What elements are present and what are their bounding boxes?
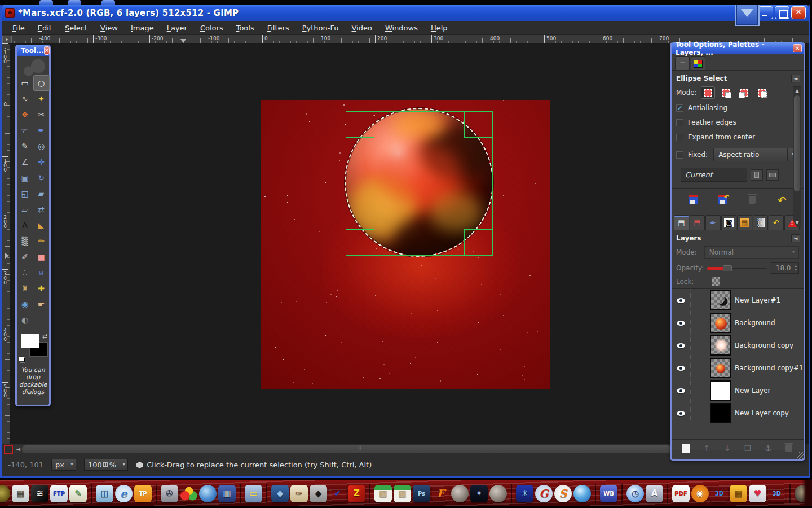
visibility-cell[interactable] — [672, 312, 691, 334]
scrollbar-thumb[interactable] — [22, 445, 672, 453]
dock-3d-wand[interactable]: 3D — [710, 485, 728, 502]
dock-synfig[interactable]: ◆ — [271, 485, 289, 502]
dock-blender[interactable]: ◉ — [691, 485, 709, 502]
visibility-cell[interactable] — [672, 379, 691, 402]
layer-row-background-copy-1[interactable]: Background copy#1 — [672, 357, 804, 379]
menu-item[interactable]: Edit — [34, 23, 56, 33]
tool-move[interactable]: ✛ — [33, 154, 50, 170]
menu-item[interactable]: Colors — [196, 23, 227, 33]
menu-item[interactable]: Layer — [163, 23, 191, 33]
dock-media-player[interactable]: ✇ — [161, 485, 178, 502]
new-layer-button[interactable] — [679, 442, 693, 454]
dock-3d-text[interactable]: 3D — [768, 485, 785, 502]
dock-film-reel[interactable]: ▥ — [218, 485, 236, 502]
dock-g-app[interactable]: G — [535, 485, 553, 502]
tool-paths[interactable]: ✒ — [33, 122, 50, 138]
link-cell[interactable] — [691, 402, 705, 424]
dock-fontforge[interactable]: F — [432, 485, 449, 502]
dock-display-paint[interactable]: ▭ — [245, 485, 262, 502]
spin-down-icon[interactable]: ▾ — [795, 268, 797, 272]
tool-pencil[interactable]: ✏ — [33, 233, 50, 249]
tool-flip[interactable]: ⇄ — [33, 202, 50, 217]
tool-airbrush[interactable]: ∴ — [17, 265, 33, 281]
menu-item[interactable]: Select — [61, 23, 91, 33]
restore-options-button[interactable] — [716, 193, 730, 207]
antialiasing-checkbox[interactable]: Antialiasing — [672, 100, 804, 115]
tool-rotate[interactable]: ↻ — [33, 170, 50, 186]
canvas-image[interactable] — [261, 100, 550, 389]
menu-item[interactable]: Image — [127, 23, 158, 33]
tool-blur-sharpen[interactable]: ◉ — [17, 296, 33, 312]
eye-icon[interactable] — [677, 298, 685, 303]
tool-options-window[interactable]: Tool Options, Palettes - Layers, ... ✕ ≡… — [670, 42, 805, 461]
layer-mode-dropdown[interactable]: Normal ▾ — [704, 246, 799, 259]
toolbox-window[interactable]: Tool... ✕ ▭○∿✦❖✂✃✒✎◎∠✛▣↻◱▰▱⇄A◣▒✏✐■∴⊎♜✚◉☛… — [15, 45, 51, 406]
scroll-up-icon[interactable]: ▲ — [793, 87, 801, 95]
tab-paths[interactable]: ✒ — [705, 215, 721, 230]
eye-icon[interactable] — [677, 366, 685, 371]
dock-rays[interactable]: ≋ — [31, 485, 48, 502]
mode-intersect-button[interactable] — [755, 86, 769, 99]
tool-options-close-button[interactable]: ✕ — [793, 44, 802, 52]
eye-icon[interactable] — [677, 388, 685, 393]
expand-from-center-checkbox[interactable]: Expand from center — [672, 130, 804, 144]
vertical-ruler[interactable]: -1000100200300400500 — [2, 44, 11, 444]
dock-orange-box[interactable]: ▦ — [730, 485, 747, 502]
dock-s-app[interactable]: S — [554, 485, 572, 502]
ruler-corner-menu-button[interactable]: ▸ — [2, 36, 12, 43]
eye-icon[interactable] — [677, 343, 685, 348]
visibility-cell[interactable] — [672, 357, 691, 379]
menu-item[interactable]: Filters — [263, 23, 293, 33]
link-cell[interactable] — [691, 357, 705, 379]
dock-notepad[interactable]: ✎ — [69, 485, 87, 502]
dock-silver-a[interactable]: A — [646, 485, 663, 502]
mode-add-button[interactable] — [719, 86, 733, 99]
tool-select-by-color[interactable]: ❖ — [17, 107, 33, 122]
menu-item[interactable]: Tools — [232, 23, 258, 33]
menu-item[interactable]: Windows — [381, 23, 422, 33]
tool-gradient[interactable]: ▒ — [17, 233, 33, 249]
tool-scale[interactable]: ◱ — [17, 186, 33, 202]
layer-row-background-copy[interactable]: Background copy — [672, 334, 804, 357]
dock-clock[interactable]: ◷ — [626, 485, 644, 502]
anchor-layer-button[interactable]: ⚓ — [761, 442, 775, 454]
tool-options-title-bar[interactable]: Tool Options, Palettes - Layers, ... ✕ — [672, 42, 804, 54]
foreground-color-swatch[interactable] — [21, 334, 39, 348]
checkbox-icon[interactable] — [676, 119, 683, 126]
delete-options-button[interactable] — [745, 193, 760, 207]
eye-icon[interactable] — [677, 411, 685, 416]
checkbox-icon[interactable] — [676, 104, 683, 112]
dock-blue-sphere[interactable] — [573, 485, 591, 502]
mode-subtract-button[interactable] — [737, 86, 751, 99]
tool-eraser[interactable]: ■ — [33, 249, 50, 265]
tab-layers[interactable]: ▤ — [674, 215, 689, 230]
dock-frog[interactable] — [0, 485, 10, 502]
dock-ftp[interactable]: FTP — [50, 485, 68, 502]
options-scrollbar[interactable]: ▲ ▼ — [793, 86, 801, 227]
tool-zoom[interactable]: ◎ — [33, 138, 50, 154]
layer-row-new-layer-copy[interactable]: New Layer copy — [672, 402, 804, 424]
selection-handle-top-right[interactable] — [464, 111, 493, 138]
tool-paintbrush[interactable]: ✐ — [17, 249, 33, 265]
tool-color-picker[interactable]: ✎ — [17, 138, 33, 154]
collapse-left-icon[interactable]: ◄ — [791, 75, 800, 82]
dock-explorer[interactable]: e — [115, 485, 133, 502]
tab-palettes[interactable] — [691, 56, 705, 70]
dock-paint-app[interactable]: ♥ — [749, 485, 766, 502]
link-cell[interactable] — [691, 334, 705, 357]
link-cell[interactable] — [691, 289, 705, 312]
toolbox-close-button[interactable]: ✕ — [44, 46, 50, 55]
dock-fractal[interactable]: ✳ — [516, 485, 533, 502]
default-colors-icon[interactable] — [19, 356, 25, 363]
pane-divider[interactable]: ⋯ — [672, 210, 804, 214]
menu-item[interactable]: Python-Fu — [298, 23, 343, 33]
tool-measure[interactable]: ∠ — [17, 154, 33, 170]
quick-mask-toggle[interactable] — [4, 445, 13, 454]
dock-photo-1[interactable]: ▨ — [374, 485, 392, 502]
tab-gradients[interactable]: ▒ — [753, 215, 768, 230]
tool-bucket-fill[interactable]: ◣ — [33, 217, 50, 233]
opacity-spinner[interactable]: 18.0 ▴ ▾ — [770, 262, 799, 274]
dock-robot[interactable]: ◫ — [96, 485, 113, 502]
tool-crop[interactable]: ▣ — [17, 170, 33, 186]
menu-item[interactable]: View — [96, 23, 122, 33]
